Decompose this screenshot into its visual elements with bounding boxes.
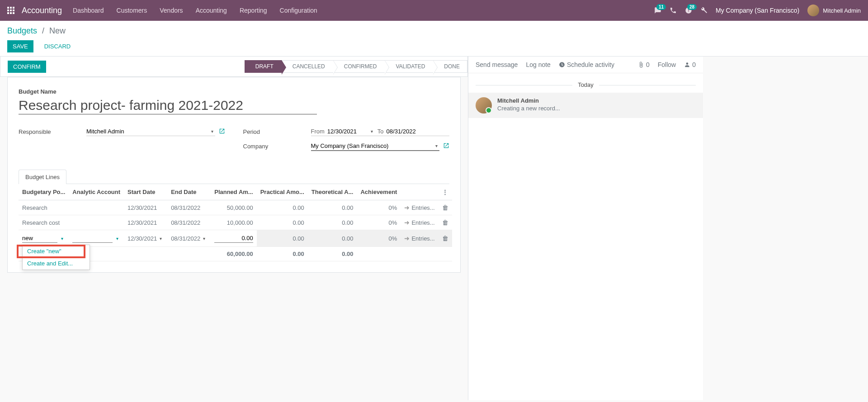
nav-reporting[interactable]: Reporting	[240, 7, 267, 14]
dropdown-create-new[interactable]: Create "new"	[23, 245, 90, 257]
stage-cancelled[interactable]: CANCELLED	[282, 60, 334, 73]
period-from-label: From	[311, 128, 325, 135]
chevron-down-icon[interactable]: ▾	[114, 236, 120, 241]
cell-achievement: 0%	[357, 215, 401, 230]
schedule-activity-button[interactable]: Schedule activity	[559, 61, 614, 68]
chevron-down-icon[interactable]: ▾	[201, 236, 207, 241]
cell-entries[interactable]: ➜Entries...	[401, 230, 438, 247]
send-message-button[interactable]: Send message	[476, 61, 518, 68]
total-planned: 60,000.00	[211, 247, 256, 261]
debug-icon[interactable]	[700, 7, 708, 14]
stage-confirmed[interactable]: CONFIRMED	[333, 60, 386, 73]
cell-analytic-edit[interactable]: ▾	[69, 230, 124, 247]
cell-analytic	[69, 215, 124, 230]
period-to-label: To	[377, 128, 384, 135]
cell-entries[interactable]: ➜Entries...	[401, 215, 438, 230]
col-practical: Practical Amo...	[257, 184, 308, 200]
analytic-input[interactable]	[72, 234, 113, 243]
followers-button[interactable]: 0	[684, 61, 696, 68]
period-to-input[interactable]	[387, 128, 425, 135]
author-avatar-icon	[476, 97, 492, 114]
stage-draft[interactable]: DRAFT	[245, 60, 282, 73]
cell-planned-edit[interactable]	[211, 230, 256, 247]
col-theoretical: Theoretical A...	[308, 184, 357, 200]
nav-accounting[interactable]: Accounting	[196, 7, 227, 14]
chatter-toolbar: Send message Log note Schedule activity …	[468, 57, 703, 73]
breadcrumb-current: New	[49, 26, 66, 35]
cell-achievement: 0%	[357, 200, 401, 215]
trash-icon[interactable]: 🗑	[442, 219, 448, 226]
trash-icon[interactable]: 🗑	[442, 204, 448, 211]
form-sheet: Budget Name Responsible ▾	[7, 77, 461, 273]
brand-title[interactable]: Accounting	[22, 6, 62, 15]
cell-budgetary: Research	[19, 200, 69, 215]
total-theoretical: 0.00	[308, 247, 357, 261]
tab-budget-lines[interactable]: Budget Lines	[19, 170, 66, 184]
autocomplete-dropdown: Create "new" Create and Edit...	[22, 245, 90, 270]
activities-icon[interactable]: 28	[685, 7, 692, 14]
nav-customers[interactable]: Customers	[117, 7, 147, 14]
chevron-down-icon[interactable]: ▾	[434, 143, 439, 148]
follower-count: 0	[692, 61, 696, 68]
cell-budgetary-edit[interactable]: ▾ Create "new" Create and Edit...	[19, 230, 69, 247]
planned-input[interactable]	[214, 234, 253, 243]
log-message: Creating a new record...	[497, 105, 560, 112]
cell-start: 12/30/2021	[124, 215, 167, 230]
external-link-icon[interactable]	[443, 142, 449, 150]
nav-vendors[interactable]: Vendors	[160, 7, 183, 14]
cell-theoretical: 0.00	[308, 230, 357, 247]
dropdown-create-edit[interactable]: Create and Edit...	[23, 257, 90, 270]
nav-configuration[interactable]: Configuration	[280, 7, 317, 14]
stage-validated[interactable]: VALIDATED	[385, 60, 434, 73]
col-start: Start Date	[124, 184, 167, 200]
col-analytic: Analytic Account	[69, 184, 124, 200]
col-options: ⋮	[439, 184, 452, 200]
status-bar: CONFIRM DRAFT CANCELLED CONFIRMED VALIDA…	[0, 57, 468, 77]
col-entries	[401, 184, 438, 200]
apps-icon[interactable]	[7, 7, 14, 14]
chevron-down-icon[interactable]: ▾	[209, 129, 215, 134]
nav-dashboard[interactable]: Dashboard	[73, 7, 104, 14]
attachment-button[interactable]: 0	[638, 61, 650, 68]
chevron-down-icon[interactable]: ▾	[158, 236, 164, 241]
cell-achievement: 0%	[357, 230, 401, 247]
trash-icon[interactable]: 🗑	[442, 235, 448, 242]
follow-button[interactable]: Follow	[658, 61, 676, 68]
cell-start-edit[interactable]: 12/30/2021▾	[124, 230, 167, 247]
cell-analytic	[69, 200, 124, 215]
chevron-down-icon[interactable]: ▾	[369, 129, 375, 134]
table-row-editing[interactable]: ▾ Create "new" Create and Edit...	[19, 230, 452, 247]
cell-planned: 10,000.00	[211, 215, 256, 230]
log-author: Mitchell Admin	[497, 97, 560, 104]
kebab-icon[interactable]: ⋮	[442, 189, 448, 195]
company-field[interactable]: ▾	[311, 142, 440, 151]
responsible-field[interactable]: ▾	[86, 127, 215, 136]
budget-name-input[interactable]	[19, 97, 317, 114]
chevron-down-icon[interactable]: ▾	[59, 236, 65, 241]
stage-done[interactable]: DONE	[433, 60, 467, 73]
cell-theoretical: 0.00	[308, 200, 357, 215]
company-input[interactable]	[311, 142, 434, 149]
budgetary-input[interactable]	[22, 234, 57, 243]
confirm-button[interactable]: CONFIRM	[8, 61, 46, 73]
log-note-button[interactable]: Log note	[526, 61, 551, 68]
cell-end-edit[interactable]: 08/31/2022▾	[167, 230, 211, 247]
breadcrumb-root[interactable]: Budgets	[7, 26, 37, 35]
table-row[interactable]: Research 12/30/2021 08/31/2022 50,000.00…	[19, 200, 452, 215]
table-row[interactable]: Research cost 12/30/2021 08/31/2022 10,0…	[19, 215, 452, 230]
messages-icon[interactable]: 11	[654, 7, 661, 14]
responsible-input[interactable]	[86, 128, 209, 135]
save-button[interactable]: SAVE	[7, 40, 33, 52]
user-menu[interactable]: Mitchell Admin	[807, 5, 861, 16]
discard-button[interactable]: DISCARD	[39, 40, 76, 52]
arrow-right-icon: ➜	[404, 204, 410, 211]
phone-icon[interactable]	[670, 7, 677, 14]
col-achievement: Achievement	[357, 184, 401, 200]
period-from-input[interactable]	[327, 128, 366, 135]
cell-start: 12/30/2021	[124, 200, 167, 215]
total-practical: 0.00	[257, 247, 308, 261]
external-link-icon[interactable]	[219, 128, 225, 136]
company-selector[interactable]: My Company (San Francisco)	[716, 7, 799, 14]
col-budgetary: Budgetary Po...	[19, 184, 69, 200]
cell-entries[interactable]: ➜Entries...	[401, 200, 438, 215]
